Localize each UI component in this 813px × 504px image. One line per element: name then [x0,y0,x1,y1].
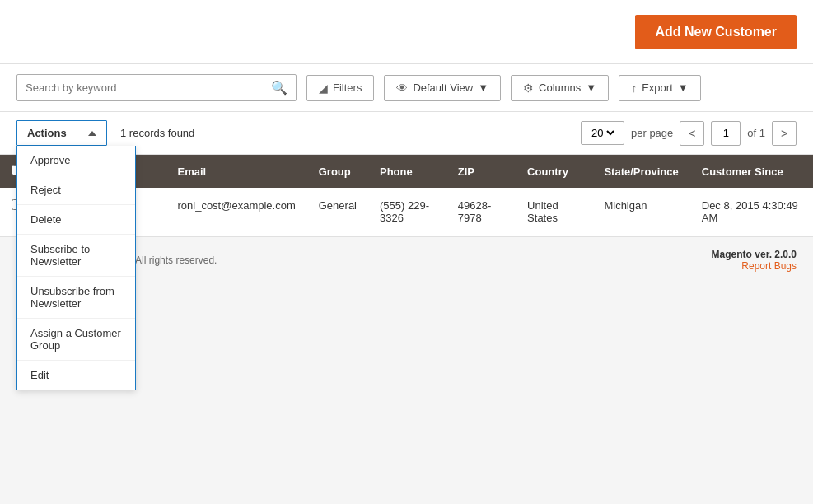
per-page-dropdown[interactable]: 20 30 50 [588,126,617,140]
action-unsubscribe[interactable]: Unsubscribe from Newsletter [17,277,135,319]
export-chevron-icon: ▼ [678,82,689,94]
actions-dropdown-menu: Approve Reject Delete Subscribe to Newsl… [16,146,136,390]
columns-label: Columns [539,82,581,94]
actions-dropdown: Actions Approve Reject Delete Subscribe … [16,120,107,146]
footer-right: Magento ver. 2.0.0 Report Bugs [712,249,797,272]
report-bugs-link[interactable]: Report Bugs [712,260,797,272]
actions-row: Actions Approve Reject Delete Subscribe … [0,112,813,155]
columns-chevron-icon: ▼ [586,82,596,94]
default-view-chevron-icon: ▼ [478,82,488,94]
search-button[interactable]: 🔍 [271,80,287,96]
export-label: Export [642,82,673,94]
eye-icon: 👁 [396,82,408,95]
row-state: Michigan [592,188,689,236]
default-view-button[interactable]: 👁 Default View ▼ [384,75,501,101]
search-input[interactable] [26,82,271,94]
action-edit[interactable]: Edit [17,361,135,390]
col-header-state: State/Province [592,155,689,188]
search-icon: 🔍 [271,81,287,95]
filter-icon: ◢ [319,82,328,95]
default-view-label: Default View [413,82,473,94]
prev-page-button[interactable]: < [680,121,704,146]
col-header-country: Country [516,155,592,188]
col-header-since: Customer Since [690,155,813,188]
row-email: roni_cost@example.com [166,188,306,236]
col-header-group: Group [307,155,368,188]
actions-label: Actions [27,127,67,139]
columns-gear-icon: ⚙ [523,82,534,95]
per-page-select[interactable]: 20 30 50 [581,121,624,145]
row-country: United States [516,188,592,236]
row-since: Dec 8, 2015 4:30:49 AM [690,188,813,236]
export-button[interactable]: ↑ Export ▼ [619,75,700,101]
add-new-customer-button[interactable]: Add New Customer [635,15,797,49]
top-bar: Add New Customer [0,0,813,64]
action-delete[interactable]: Delete [17,205,135,235]
toolbar: 🔍 ◢ Filters 👁 Default View ▼ ⚙ Columns ▼… [0,64,813,112]
row-phone: (555) 229-3326 [368,188,446,236]
next-page-button[interactable]: > [772,121,797,146]
action-reject[interactable]: Reject [17,175,135,205]
filters-button[interactable]: ◢ Filters [306,75,374,101]
row-group: General [307,188,368,236]
actions-button[interactable]: Actions [16,120,107,146]
search-box: 🔍 [16,74,297,101]
magento-version: Magento ver. 2.0.0 [712,249,797,260]
page-number-input[interactable] [711,121,741,146]
of-label: of 1 [747,127,765,139]
row-zip: 49628-7978 [446,188,516,236]
filters-label: Filters [333,82,362,94]
records-count: 1 records found [120,127,194,139]
col-header-email: Email [166,155,306,188]
columns-button[interactable]: ⚙ Columns ▼ [511,75,609,101]
col-header-zip: ZIP [446,155,516,188]
export-icon: ↑ [631,82,637,95]
col-header-phone: Phone [368,155,446,188]
pagination: 20 30 50 per page < of 1 > [581,121,797,146]
action-assign-group[interactable]: Assign a Customer Group [17,319,135,361]
action-approve[interactable]: Approve [17,146,135,175]
actions-arrow-icon [88,131,96,136]
action-subscribe[interactable]: Subscribe to Newsletter [17,235,135,277]
per-page-label: per page [631,127,673,139]
